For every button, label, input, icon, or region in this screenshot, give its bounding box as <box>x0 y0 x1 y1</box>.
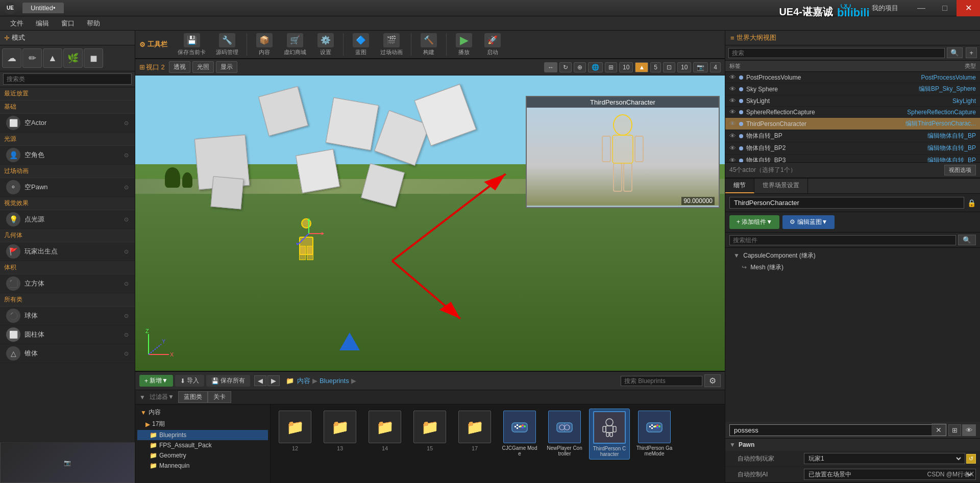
outliner-search-input[interactable] <box>728 48 945 58</box>
asset-folder-12[interactable]: 📁 12 <box>275 409 315 453</box>
folder-geometry[interactable]: 📁 Geometry <box>137 450 268 461</box>
new-add-btn[interactable]: + 新增▼ <box>139 375 173 387</box>
close-button[interactable]: ✕ <box>957 0 980 16</box>
menu-help[interactable]: 帮助 <box>81 17 106 30</box>
geometry-mode-btn[interactable]: ◼ <box>84 48 103 68</box>
edit-blueprint-btn[interactable]: ⚙ 编辑蓝图▼ <box>782 215 835 229</box>
actor-name-input[interactable] <box>729 197 964 209</box>
play-btn[interactable]: ▶ 播放 <box>451 32 477 58</box>
cinematic-section[interactable]: 过场动画 <box>0 165 135 178</box>
asset-folder-14[interactable]: 📁 14 <box>364 409 405 453</box>
nav-forward-btn[interactable]: ▶ <box>267 375 280 386</box>
window-controls[interactable]: — □ ✕ <box>910 0 980 16</box>
nav-back-btn[interactable]: ◀ <box>254 375 266 386</box>
basic-section[interactable]: 基础 <box>0 100 135 114</box>
filter-label[interactable]: 过滤器▼ <box>150 393 174 401</box>
settings-btn[interactable]: ⚙️ 设置 <box>312 32 339 58</box>
outliner-item-skysphere[interactable]: 👁 Sky Sphere 编辑BP_Sky_Sphere <box>725 83 980 95</box>
eye-icon-6[interactable]: 👁 <box>729 144 736 152</box>
empty-actor-item[interactable]: ⬜ 空Actor ⊙ <box>0 114 135 133</box>
cylinder-item[interactable]: ⬜ 圆柱体 ⊙ <box>0 325 135 344</box>
folder-fps[interactable]: 📁 FPS_Assault_Pack <box>137 440 268 450</box>
outliner-item-skylight[interactable]: 👁 SkyLight SkyLight <box>725 95 980 107</box>
maximize-button[interactable]: □ <box>933 0 957 16</box>
eye-icon-1[interactable]: 👁 <box>729 85 736 93</box>
lighting-btn[interactable]: 光照 <box>192 61 214 73</box>
point-light-item[interactable]: 💡 点光源 ⊙ <box>0 210 135 229</box>
view-options-btn[interactable]: 视图选项 <box>944 165 976 175</box>
outliner-item-rotate3[interactable]: 👁 物体自转_BP3 编辑物体自转_BP <box>725 155 980 162</box>
surface-snapping-btn[interactable]: ⊞ <box>605 62 617 72</box>
build-btn[interactable]: 🔨 构建 <box>415 32 442 58</box>
possess-filter-input[interactable] <box>729 424 932 436</box>
possess-clear-btn[interactable]: ✕ <box>932 424 946 436</box>
perspective-btn[interactable]: 透视 <box>169 61 190 73</box>
menu-edit[interactable]: 编辑 <box>30 17 55 30</box>
folder-content[interactable]: ▼ 内容 <box>137 406 268 418</box>
outliner-search-btn[interactable]: 🔍 <box>947 47 963 58</box>
world-btn[interactable]: 🌐 <box>588 62 603 72</box>
ai-select[interactable]: 已放置在场景中 <box>806 470 973 478</box>
outliner-item-rotate2[interactable]: 👁 物体自转_BP2 编辑物体自转_BP <box>725 142 980 155</box>
player-dropdown[interactable]: 玩家1 <box>804 453 965 464</box>
blueprint-btn[interactable]: 🔷 蓝图 <box>348 32 374 58</box>
eye-icon-4[interactable]: 👁 <box>729 120 736 128</box>
empty-char-item[interactable]: 👤 空角色 ⊙ <box>0 146 135 165</box>
outliner-item-rotate1[interactable]: 👁 物体自转_BP 编辑物体自转_BP <box>725 130 980 142</box>
search-component-input[interactable] <box>729 235 956 245</box>
title-tab[interactable]: Untitled• <box>22 3 64 13</box>
recent-section[interactable]: 最近放置 <box>0 87 135 100</box>
cinematics-btn[interactable]: 🎬 过场动画 <box>376 32 407 58</box>
outliner-item-postprocess[interactable]: 👁 PostProcessVolume PostProcessVolume <box>725 72 980 83</box>
cone-item[interactable]: △ 锥体 ⊙ <box>0 344 135 363</box>
ai-dropdown[interactable]: 已放置在场景中 <box>804 469 976 480</box>
scale-snap-btn[interactable]: ⊡ <box>663 62 675 72</box>
folder-blueprints[interactable]: 📁 Blueprints <box>137 430 268 440</box>
save-all-btn[interactable]: 💾 保存所有 <box>206 375 250 387</box>
volume-section[interactable]: 体积 <box>0 261 135 274</box>
translate-btn[interactable]: ↔ <box>544 62 557 72</box>
launch-btn[interactable]: 🚀 启动 <box>479 32 506 58</box>
sphere-item[interactable]: ⚫ 球体 ⊙ <box>0 307 135 325</box>
content-btn[interactable]: 📦 内容 <box>251 32 278 58</box>
geometry-section[interactable]: 几何体 <box>0 229 135 242</box>
eye-icon-0[interactable]: 👁 <box>729 73 736 81</box>
camera-speed-btn[interactable]: 📷 <box>693 62 708 72</box>
show-btn[interactable]: 显示 <box>216 61 237 73</box>
path-blueprints[interactable]: Blueprints <box>320 377 349 385</box>
source-control-btn[interactable]: 🔧 源码管理 <box>212 32 242 58</box>
pawn-header[interactable]: ▼ Pawn <box>725 439 980 451</box>
menu-file[interactable]: 文件 <box>4 17 30 30</box>
comp-capsule[interactable]: ▼ CapsuleComponent (继承) <box>725 250 980 262</box>
asset-newplayer[interactable]: NewPlayer Controller <box>544 409 585 459</box>
landscape-mode-btn[interactable]: ▲ <box>43 48 62 68</box>
paint-mode-btn[interactable]: ✏ <box>22 48 42 68</box>
asset-cjcgame[interactable]: CJCGame Mode <box>499 409 540 459</box>
eye-icon-5[interactable]: 👁 <box>729 132 736 140</box>
outliner-item-spherereflect[interactable]: 👁 SphereReflectionCapture SphereReflecti… <box>725 107 980 118</box>
asset-thirdgamemode[interactable]: ThirdPerson GameMode <box>634 409 675 459</box>
grid-size[interactable]: 10 <box>619 62 633 72</box>
placement-search-input[interactable] <box>3 73 132 85</box>
asset-folder-13[interactable]: 📁 13 <box>320 409 360 453</box>
folder-17[interactable]: ▶ 17期 <box>137 418 268 430</box>
folder-mannequin[interactable]: 📁 Mannequin <box>137 461 268 471</box>
viewport-canvas[interactable]: ThirdPersonCharacter <box>135 75 725 371</box>
visual-section[interactable]: 视觉效果 <box>0 197 135 210</box>
possess-grid-btn[interactable]: ⊞ <box>948 424 961 436</box>
angle-dropdown-btn[interactable]: ▲ <box>635 62 648 72</box>
import-btn[interactable]: ⬇ 导入 <box>175 375 204 387</box>
details-tab-details[interactable]: 细节 <box>725 179 754 193</box>
outliner-item-thirdperson[interactable]: 👁 ThirdPersonCharacter 编辑ThirdPersonChar… <box>725 118 980 130</box>
marketplace-btn[interactable]: 🛒 虚幻商城 <box>280 32 310 58</box>
path-content[interactable]: 内容 <box>297 376 310 386</box>
place-mode-btn[interactable]: ☁ <box>2 48 21 68</box>
eye-icon-3[interactable]: 👁 <box>729 108 736 116</box>
auto-control-ai-value[interactable]: 已放置在场景中 <box>804 469 976 480</box>
foliage-mode-btn[interactable]: 🌿 <box>63 48 83 68</box>
asset-folder-17[interactable]: 📁 17 <box>454 409 495 453</box>
asset-thirdperson[interactable]: ThirdPerson Character <box>589 409 630 460</box>
content-search-input[interactable] <box>621 376 702 386</box>
menu-window[interactable]: 窗口 <box>55 17 81 30</box>
asset-folder-15[interactable]: 📁 15 <box>409 409 450 453</box>
